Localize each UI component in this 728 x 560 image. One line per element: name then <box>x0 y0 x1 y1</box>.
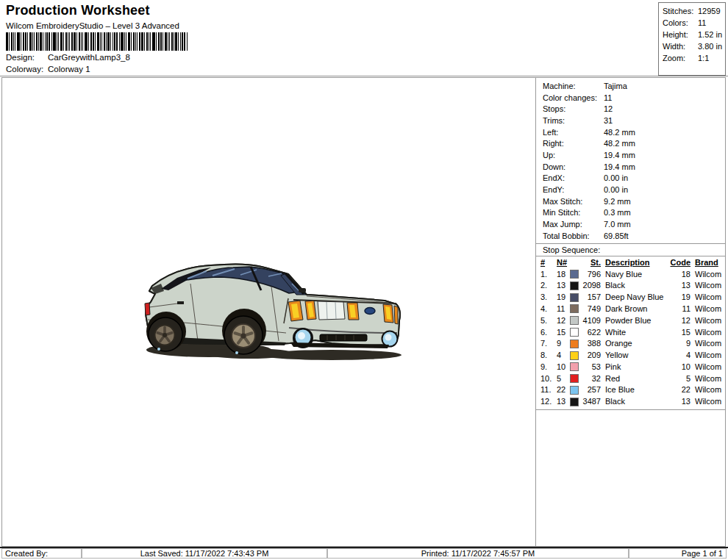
machine-info-value: 9.2 mm <box>604 197 631 206</box>
machine-info-row: Machine: Tajima <box>536 80 725 92</box>
stop-row-needle: 22 <box>557 385 570 394</box>
stop-row-stitches: 796 <box>579 270 601 279</box>
machine-info-row: EndY: 0.00 in <box>536 184 725 195</box>
footer-printed: Printed: 11/17/2022 7:45:57 PM <box>327 548 629 559</box>
thread-color-swatch <box>570 351 579 360</box>
summary-label: Height: <box>663 30 698 42</box>
car-mirror <box>299 288 306 292</box>
colorway-value: Colorway 1 <box>48 65 90 73</box>
machine-info-label: Machine: <box>543 82 604 90</box>
summary-value: 1:1 <box>698 54 709 65</box>
thread-color-swatch <box>570 293 579 302</box>
machine-info-label: Left: <box>543 128 604 137</box>
summary-value: 11 <box>698 18 706 30</box>
summary-label: Stitches: <box>663 7 698 18</box>
stop-row-code: 18 <box>665 270 690 279</box>
stop-row-num: 12. <box>540 397 557 406</box>
stop-sequence-rows: 1. 18 796 Navy Blue 18 Wilcom 2. 13 2098 <box>536 268 725 408</box>
stop-sequence-row: 2. 13 2098 Black 13 Wilcom <box>536 279 725 291</box>
design-value: CarGreywithLamp3_8 <box>48 53 130 62</box>
stop-row-brand: Wilcom <box>695 281 721 290</box>
design-summary-box: Stitches: 12959 Colors: 11 Height: 1.52 … <box>658 2 726 76</box>
stop-row-num: 6. <box>540 328 557 337</box>
machine-info-label: Total Bobbin: <box>543 231 604 240</box>
rear-wheel <box>146 312 186 351</box>
machine-info-value: 69.85ft <box>604 231 629 240</box>
stop-sequence-table: # N# St. Description Code Brand 1. 18 79… <box>536 256 725 411</box>
machine-info-row: EndX: 0.00 in <box>536 173 725 184</box>
car-tail-light <box>145 303 150 315</box>
footer-last-saved: Last Saved: 11/17/2022 7:43:43 PM <box>82 548 327 559</box>
machine-info-label: Trims: <box>543 116 604 125</box>
design-canvas <box>2 78 535 546</box>
stop-row-stitches: 53 <box>579 362 601 371</box>
stop-row-code: 13 <box>665 397 690 406</box>
design-label: Design: <box>6 53 48 62</box>
stop-sequence-row: 5. 12 4109 Powder Blue 12 Wilcom <box>536 315 725 326</box>
stop-row-needle: 18 <box>557 270 570 279</box>
machine-info-label: Max Stitch: <box>543 197 604 206</box>
thread-color-swatch <box>570 304 579 313</box>
thread-color-swatch <box>570 386 579 395</box>
stop-row-needle: 19 <box>557 292 570 301</box>
stop-sequence-title: Stop Sequence: <box>536 243 725 256</box>
stop-row-brand: Wilcom <box>695 362 721 371</box>
stop-row-needle: 5 <box>557 374 570 383</box>
stop-sequence-row: 11. 22 257 Ice Blue 22 Wilcom <box>536 384 725 396</box>
stop-row-description: Red <box>605 374 665 383</box>
car-illustration <box>139 262 404 368</box>
stop-row-num: 10. <box>540 374 557 383</box>
stop-row-num: 9. <box>540 362 557 371</box>
machine-info-label: Stops: <box>543 104 604 113</box>
thread-color-swatch <box>570 281 579 290</box>
machine-info-row: Trims: 31 <box>536 115 725 126</box>
stop-row-num: 4. <box>540 304 557 313</box>
turn-lamp-right-corner <box>394 306 398 324</box>
stop-row-brand: Wilcom <box>695 374 721 383</box>
summary-row: Zoom: 1:1 <box>659 54 725 65</box>
stop-sequence-header: # N# St. Description Code Brand <box>536 257 725 268</box>
worksheet-body: Machine: Tajima Color changes: 11 Stops:… <box>1 77 726 547</box>
headlamp <box>318 301 345 320</box>
stop-row-description: Powder Blue <box>605 316 665 325</box>
thread-color-swatch <box>570 328 579 337</box>
col-code: Code <box>665 258 690 267</box>
machine-info-row: Min Stitch: 0.3 mm <box>536 207 725 219</box>
machine-info-row: Left: 48.2 mm <box>536 126 725 138</box>
col-n: N# <box>557 258 570 267</box>
stop-row-stitches: 2098 <box>579 281 601 290</box>
stop-row-code: 5 <box>665 374 690 383</box>
stop-row-description: Orange <box>605 339 665 348</box>
machine-info-label: Color changes: <box>543 93 604 102</box>
stop-sequence-row: 4. 11 749 Dark Brown 11 Wilcom <box>536 303 725 315</box>
stop-row-description: Dark Brown <box>605 304 665 313</box>
machine-info-label: Up: <box>543 151 604 159</box>
machine-info-label: Right: <box>543 139 604 148</box>
machine-info-row: Color changes: 11 <box>536 92 725 104</box>
stop-sequence-row: 1. 18 796 Navy Blue 18 Wilcom <box>536 268 725 280</box>
stop-row-num: 3. <box>540 292 557 301</box>
machine-info-value: Tajima <box>604 82 627 90</box>
colorway-row: Colorway: Colorway 1 <box>6 65 90 73</box>
design-preview <box>139 262 404 368</box>
stop-sequence-row: 8. 4 209 Yellow 4 Wilcom <box>536 349 725 361</box>
stop-row-brand: Wilcom <box>695 270 721 279</box>
stop-row-description: Black <box>605 397 665 406</box>
page-title: Production Worksheet <box>6 3 150 18</box>
footer-created-by: Created By: <box>1 548 82 559</box>
stop-sequence-row: 3. 19 157 Deep Navy Blue 19 Wilcom <box>536 291 725 303</box>
stop-row-needle: 15 <box>557 328 570 337</box>
machine-info-row: Max Stitch: 9.2 mm <box>536 195 725 207</box>
stop-row-needle: 11 <box>557 304 570 313</box>
col-num: # <box>540 258 557 267</box>
summary-label: Width: <box>663 42 698 54</box>
ford-badge <box>365 308 375 315</box>
summary-row: Colors: 11 <box>659 18 725 30</box>
stop-row-stitches: 32 <box>579 374 601 383</box>
stop-row-code: 11 <box>665 304 690 313</box>
stop-row-num: 11. <box>540 385 557 394</box>
stop-row-brand: Wilcom <box>695 385 721 394</box>
machine-info-value: 12 <box>604 104 613 113</box>
machine-info-value: 0.3 mm <box>604 208 631 217</box>
thread-color-swatch <box>570 398 579 406</box>
